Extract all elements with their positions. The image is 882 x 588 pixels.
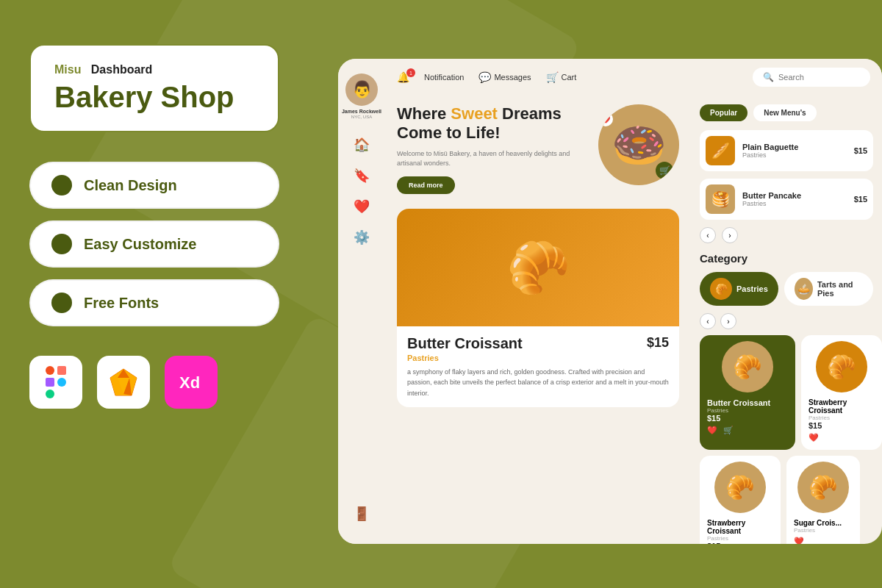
grid-info-sugar: Sugar Crois... Pastries ❤️: [786, 519, 860, 544]
grid-info-strawberry-2: Strawberry Croissant Pastries $15 ❤️ 🛒: [700, 519, 781, 544]
tab-popular[interactable]: Popular: [700, 104, 747, 121]
menu-item-category-pancake: Pastries: [742, 200, 847, 207]
cart-label: Cart: [562, 73, 577, 82]
misu-dashboard-label: Misu Dashboard: [54, 63, 254, 76]
tab-new-menus[interactable]: New Menu's: [753, 104, 816, 121]
header: 🔔 1 Notification 💬 Messages 🛒 Cart 🔍: [385, 59, 882, 96]
product-emoji: 🥐: [506, 237, 570, 298]
grid-item-sugar-crois[interactable]: 🥐 Sugar Crois... Pastries ❤️: [786, 456, 860, 544]
menu-item-info-baguette: Plain Baguette Pastries: [742, 143, 847, 159]
grid-img-strawberry-croissant-2: 🥐: [714, 462, 766, 513]
feature-list: Clean Design Easy Customize Free Fonts: [29, 162, 279, 326]
search-icon: 🔍: [763, 72, 774, 82]
category-item-tarts[interactable]: 🥧 Tarts and Pies: [784, 272, 873, 306]
product-grid-row2: 🥐 Strawberry Croissant Pastries $15 ❤️ 🛒: [700, 456, 873, 544]
grid-price-strawberry-croissant: $15: [808, 421, 875, 430]
grid-cat-straw-2: Pastries: [707, 535, 773, 542]
grid-heart-btn-2[interactable]: ❤️: [808, 433, 819, 442]
grid-name-butter-croissant: Butter Croissant: [707, 398, 788, 407]
grid-price-butter-croissant: $15: [707, 414, 788, 423]
notification-label: Notification: [424, 73, 464, 82]
hero-subtitle: Welcome to Misü Bakery, a haven of heave…: [397, 149, 589, 169]
grid-cat-sugar: Pastries: [794, 527, 853, 534]
feature-item-clean-design: Clean Design: [29, 162, 279, 209]
figma-icon-box[interactable]: [29, 356, 82, 409]
main-content: 🔔 1 Notification 💬 Messages 🛒 Cart 🔍: [385, 59, 882, 544]
sidebar-bottom: 🚪: [354, 506, 370, 522]
misu-word: Misu: [54, 63, 81, 76]
grid-heart-btn[interactable]: ❤️: [707, 426, 717, 435]
grid-actions-strawberry: ❤️: [808, 433, 875, 442]
product-category: Pastries: [407, 354, 669, 362]
grid-name-sugar: Sugar Crois...: [794, 519, 853, 527]
svg-rect-3: [46, 390, 54, 398]
cat-next-arrow[interactable]: ›: [720, 313, 736, 329]
hero-cart-badge[interactable]: 🛒: [656, 162, 673, 179]
product-info: $15 Butter Croissant Pastries a symphony…: [397, 326, 679, 407]
cat-prev-arrow[interactable]: ‹: [700, 313, 716, 329]
cart-nav-item[interactable]: 🛒 Cart: [546, 71, 577, 83]
left-panel: Misu Dashboard Bakery Shop Clean Design …: [29, 44, 279, 409]
grid-info-butter-croissant: Butter Croissant Pastries $15 ❤️ 🛒: [700, 398, 795, 442]
category-title: Category: [700, 252, 873, 265]
feature-label-easy-customize: Easy Customize: [84, 236, 196, 253]
sidebar-icon-heart[interactable]: ❤️: [354, 198, 370, 215]
content-area: Where Sweet Dreams Come to Life! Welcome…: [385, 96, 882, 544]
featured-product-card: 🥐 $15 Butter Croissant Pastries a sympho…: [397, 209, 679, 407]
menu-item-name-pancake: Butter Pancake: [742, 191, 847, 200]
category-img-pastries: 🥐: [710, 278, 732, 300]
search-input[interactable]: [778, 73, 860, 82]
grid-img-sugar: 🥐: [797, 462, 849, 513]
menu-item-price-pancake: $15: [854, 195, 867, 204]
xd-icon-box[interactable]: Xd: [165, 356, 218, 409]
menu-item-name-baguette: Plain Baguette: [742, 143, 847, 151]
hero-text: Where Sweet Dreams Come to Life! Welcome…: [397, 104, 589, 194]
feature-label-clean-design: Clean Design: [84, 177, 177, 194]
hero-title-sweet: Sweet: [451, 104, 498, 123]
grid-img-butter-croissant: 🥐: [722, 341, 773, 392]
hero-heart-badge: ❤️: [598, 112, 613, 126]
right-content: Popular New Menu's 🥖 Plain Baguette Past…: [691, 96, 882, 544]
search-box: 🔍: [753, 68, 870, 87]
user-avatar: 👨: [345, 74, 378, 106]
menu-nav-arrows: ‹ ›: [700, 227, 873, 243]
hero-section: Where Sweet Dreams Come to Life! Welcome…: [397, 104, 679, 194]
grid-heart-btn-4[interactable]: ❤️: [794, 537, 804, 544]
grid-cat-strawberry-croissant: Pastries: [808, 415, 875, 421]
read-more-button[interactable]: Read more: [397, 176, 455, 194]
svg-point-4: [57, 378, 66, 387]
user-location: NYC, USA: [351, 115, 372, 119]
sidebar-icon-home[interactable]: 🏠: [354, 137, 370, 153]
svg-rect-1: [57, 366, 66, 375]
menu-item-plain-baguette: 🥖 Plain Baguette Pastries $15: [700, 130, 873, 171]
grid-cart-btn[interactable]: 🛒: [723, 426, 734, 435]
prev-arrow-button[interactable]: ‹: [700, 227, 716, 243]
feature-label-free-fonts: Free Fonts: [84, 295, 159, 312]
messages-nav-item[interactable]: 💬 Messages: [478, 71, 531, 83]
svg-text:Xd: Xd: [179, 373, 200, 392]
menu-item-img-pancake: 🥞: [706, 184, 735, 214]
grid-img-strawberry-croissant: 🥐: [816, 341, 867, 392]
category-item-pastries[interactable]: 🥐 Pastries: [700, 272, 778, 306]
grid-item-strawberry-croissant-2[interactable]: 🥐 Strawberry Croissant Pastries $15 ❤️ 🛒: [700, 456, 781, 544]
bakery-shop-title: Bakery Shop: [54, 81, 254, 113]
sidebar-icon-settings[interactable]: ⚙️: [354, 229, 370, 245]
category-name-tarts: Tarts and Pies: [817, 280, 863, 298]
grid-item-strawberry-croissant[interactable]: 🥐 Strawberry Croissant Pastries $15 ❤️: [801, 335, 882, 450]
sidebar-icon-logout[interactable]: 🚪: [354, 506, 370, 521]
grid-name-strawberry-croissant: Strawberry Croissant: [808, 398, 875, 415]
notification-nav-item[interactable]: 🔔 1 Notification: [397, 71, 464, 83]
product-image: 🥐: [397, 209, 679, 326]
hero-title-where: Where: [397, 104, 451, 123]
header-nav: 🔔 1 Notification 💬 Messages 🛒 Cart: [397, 71, 738, 83]
category-img-tarts: 🥧: [795, 278, 813, 300]
sidebar-icon-bookmark[interactable]: 🔖: [354, 168, 370, 184]
sketch-icon-box[interactable]: [97, 356, 150, 409]
grid-item-butter-croissant[interactable]: 🥐 Butter Croissant Pastries $15 ❤️ 🛒: [700, 335, 795, 450]
menu-item-info-pancake: Butter Pancake Pastries: [742, 191, 847, 207]
feature-dot-clean-design: [51, 175, 72, 196]
feature-item-easy-customize: Easy Customize: [29, 220, 279, 268]
next-arrow-button[interactable]: ›: [722, 227, 738, 243]
cart-icon: 🛒: [546, 71, 559, 83]
title-card: Misu Dashboard Bakery Shop: [29, 44, 279, 132]
